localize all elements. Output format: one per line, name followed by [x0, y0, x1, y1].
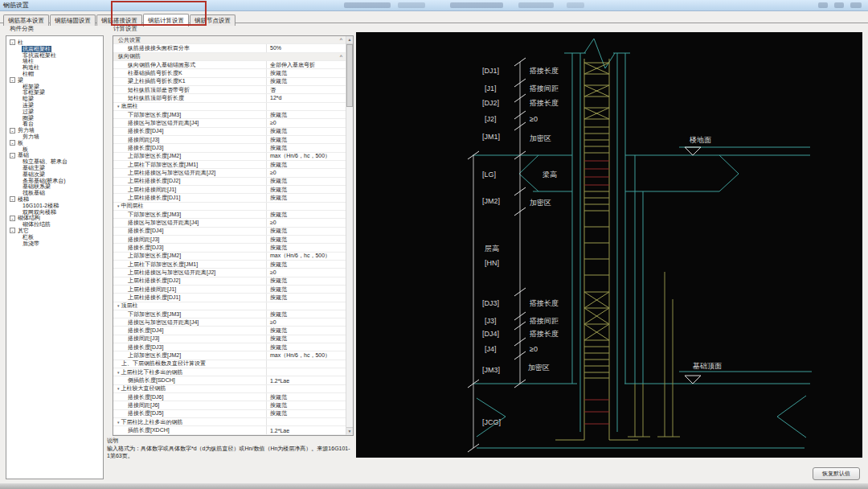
setting-value[interactable]: 按规范	[266, 211, 346, 218]
settings-row[interactable]: 搭接长度[DJ3]按规范	[113, 144, 346, 152]
tree-item[interactable]: -剪力墙	[6, 127, 103, 134]
settings-row[interactable]: 搭接长度[DJ5]按规范	[113, 410, 346, 418]
setting-value[interactable]: ≥0	[266, 169, 346, 176]
setting-value[interactable]: ≥0	[266, 269, 346, 276]
tree-item[interactable]: 筏板基础	[6, 190, 103, 196]
settings-row[interactable]: 上层柱搭接长度[DJ1]按规范	[113, 194, 346, 202]
setting-value[interactable]: 按规范	[266, 393, 346, 401]
setting-value[interactable]: 按规范	[266, 178, 346, 185]
setting-value[interactable]: 按规范	[266, 335, 346, 343]
collapse-arrow-icon[interactable]: ▾	[117, 303, 120, 308]
collapse-arrow-icon[interactable]: ▾	[117, 104, 120, 109]
tree-item[interactable]: -柱	[6, 39, 103, 46]
settings-row[interactable]: 插筋长度[XDCH]1.2*Lae	[113, 426, 346, 434]
tree-item[interactable]: 圈梁	[6, 115, 103, 121]
tab-rebar-calculation[interactable]: 钢筋计算设置	[143, 14, 189, 27]
tree-item[interactable]: 16G101-2楼梯	[6, 203, 103, 209]
tree-item[interactable]: 构造柱	[6, 64, 103, 71]
settings-group-row[interactable]: 纵向钢筋^	[113, 53, 346, 61]
setting-value[interactable]: 按规范	[266, 128, 346, 135]
restore-defaults-button[interactable]: 恢复默认值	[813, 467, 860, 480]
tree-item[interactable]: -砌体结构	[6, 215, 103, 221]
tree-item[interactable]: 基础联系梁	[6, 183, 103, 190]
settings-row[interactable]: 搭接区与加密区错开距离[J4]≥0	[113, 219, 346, 227]
tree-item[interactable]: 双网双向楼梯	[6, 209, 103, 216]
settings-group-row[interactable]: 公共设置^	[113, 36, 346, 44]
tree-item[interactable]: 后浇带	[6, 240, 103, 247]
setting-value[interactable]: max（Hn/6，hc，500）	[266, 253, 346, 260]
tree-item[interactable]: -其它	[6, 228, 103, 234]
tree-item[interactable]: 非抗震框架柱	[6, 52, 103, 59]
tree-item[interactable]: 砌体拉结筋	[6, 221, 103, 228]
settings-subgroup-row[interactable]: ▾顶层柱	[113, 302, 346, 310]
tree-item[interactable]: 连梁	[6, 102, 103, 109]
setting-value[interactable]: ≥0	[266, 219, 346, 226]
setting-value[interactable]: ≥0	[266, 318, 346, 326]
setting-value[interactable]: 按规范	[266, 228, 346, 235]
setting-value[interactable]: 按规范	[266, 401, 346, 409]
scroll-up-icon[interactable]: ▲	[346, 36, 353, 44]
settings-row[interactable]: 搭接间距[J3]按规范	[113, 136, 346, 144]
scroll-down-icon[interactable]: ▼	[346, 427, 353, 435]
tree-item[interactable]: 非框架梁	[6, 89, 103, 96]
settings-row[interactable]: 上层柱搭接长度[DJ2]按规范	[113, 277, 346, 286]
settings-row[interactable]: 上层柱搭接间距[J1]按规范	[113, 186, 346, 194]
settings-row[interactable]: 搭接长度[DJ4]按规范	[113, 228, 346, 236]
tree-item[interactable]: 基础次梁	[6, 171, 103, 178]
setting-value[interactable]: 按规范	[266, 244, 346, 251]
tree-collapse-icon[interactable]: -	[10, 140, 15, 146]
setting-value[interactable]: 1.2*Lae	[266, 426, 346, 434]
tree-item[interactable]: 看台	[6, 121, 103, 127]
setting-value[interactable]: 否	[266, 86, 346, 93]
settings-row[interactable]: 下部加密区长度[JM3]按规范	[113, 211, 346, 219]
tree-item[interactable]: 剪力墙	[6, 134, 103, 140]
tree-item[interactable]: 板	[6, 146, 103, 153]
setting-value[interactable]	[266, 203, 346, 210]
settings-row[interactable]: 上层柱搭接长度[DJ1]按规范	[113, 294, 346, 302]
tree-collapse-icon[interactable]: -	[10, 196, 15, 202]
settings-row[interactable]: 上层柱搭接长度[DJ2]按规范	[113, 178, 346, 186]
setting-value[interactable]: 按规范	[266, 69, 346, 76]
settings-row[interactable]: 柱基础插筋弯折长度K按规范	[113, 69, 346, 77]
setting-value[interactable]: 按规范	[266, 78, 346, 85]
setting-value[interactable]: 按规范	[266, 136, 346, 143]
group-collapse-icon[interactable]: ^	[340, 37, 342, 43]
settings-subgroup-row[interactable]: ▾中间层柱	[113, 203, 346, 211]
tree-item[interactable]: 墙柱	[6, 58, 103, 64]
tree-item[interactable]: 暗梁	[6, 96, 103, 102]
tree-collapse-icon[interactable]: -	[10, 128, 15, 134]
tree-item[interactable]: -基础	[6, 152, 103, 158]
tree-item[interactable]: 框架梁	[6, 84, 103, 90]
setting-value[interactable]: 按规范	[266, 261, 346, 268]
setting-value[interactable]: 按规范	[266, 144, 346, 151]
settings-row[interactable]: 上部加密区长度[JM2]max（Hn/6，hc，500）	[113, 253, 346, 261]
settings-row[interactable]: 上部加密区长度[JM2]max（Hn/6，hc，500）	[113, 351, 346, 360]
settings-row[interactable]: 纵向钢筋伸入基础锚固形式全部伸入基底弯折	[113, 61, 346, 69]
tab-rebar-anchorage[interactable]: 钢筋锚固设置	[50, 14, 96, 26]
setting-value[interactable]	[266, 368, 346, 376]
setting-value[interactable]: max（Hn/6，hc，500）	[266, 153, 346, 160]
setting-value[interactable]: 按规范	[266, 310, 346, 318]
setting-value[interactable]	[266, 302, 346, 310]
tab-rebar-basic[interactable]: 钢筋基本设置	[3, 14, 49, 26]
setting-value[interactable]: max（Hn/6，hc，500）	[266, 351, 346, 359]
tree-item[interactable]: 抗震框架柱	[6, 46, 103, 52]
group-collapse-icon[interactable]: ^	[340, 54, 342, 60]
setting-value[interactable]	[266, 418, 346, 425]
scroll-thumb[interactable]	[346, 44, 353, 107]
tree-collapse-icon[interactable]: -	[10, 77, 15, 83]
tab-rebar-node[interactable]: 钢筋节点设置	[190, 14, 235, 26]
setting-value[interactable]: 按规范	[266, 186, 346, 193]
tree-collapse-icon[interactable]: -	[10, 39, 15, 45]
setting-value[interactable]	[266, 385, 346, 392]
settings-row[interactable]: 纵筋搭接接头面积百分率50%	[113, 44, 346, 52]
settings-row[interactable]: 上层柱搭接区与加密区错开距离[J2]≥0	[113, 169, 346, 177]
settings-row[interactable]: 搭接长度[DJ4]按规范	[113, 327, 346, 335]
settings-row[interactable]: 短柱纵筋顶部是否带弯折否	[113, 86, 346, 94]
settings-row[interactable]: 上层柱下部加密区长度[JM1]按规范	[113, 261, 346, 269]
setting-value[interactable]: 按规范	[266, 343, 346, 351]
settings-row[interactable]: 搭接间距[J3]按规范	[113, 236, 346, 244]
settings-row[interactable]: 短柱纵筋顶部弯折长度12*d	[113, 94, 346, 102]
collapse-arrow-icon[interactable]: ▾	[117, 203, 120, 208]
setting-value[interactable]: 按规范	[266, 327, 346, 334]
